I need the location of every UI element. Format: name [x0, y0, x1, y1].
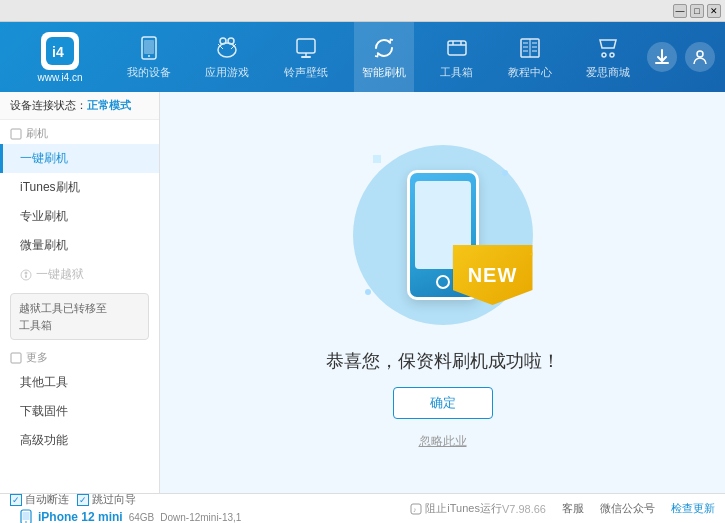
sparkle-2 — [502, 170, 508, 176]
status-label: 设备连接状态： — [10, 99, 87, 111]
shop-icon — [594, 34, 622, 62]
nav-item-my-device[interactable]: 我的设备 — [119, 22, 179, 92]
success-message: 恭喜您，保资料刷机成功啦！ — [326, 349, 560, 373]
wizard-check[interactable] — [77, 494, 89, 506]
nav-item-ringtone[interactable]: 铃声壁纸 — [276, 22, 336, 92]
tools-icon — [443, 34, 471, 62]
nav-items: 我的设备 应用游戏 铃声壁纸 智能刷机 工具箱 — [110, 22, 647, 92]
svg-text:♪: ♪ — [413, 506, 417, 513]
nav-label-apps-games: 应用游戏 — [205, 65, 249, 80]
auto-connect-label: 自动断连 — [25, 492, 69, 507]
svg-rect-10 — [297, 39, 315, 53]
download-button[interactable] — [647, 42, 677, 72]
nav-item-smart-flash[interactable]: 智能刷机 — [354, 22, 414, 92]
window-controls: — □ ✕ — [673, 4, 721, 18]
phone-icon — [135, 34, 163, 62]
svg-point-18 — [602, 53, 606, 57]
sidebar-item-wipe-flash[interactable]: 微量刷机 — [0, 231, 159, 260]
sidebar-item-pro-flash[interactable]: 专业刷机 — [0, 202, 159, 231]
itunes-label: 阻止iTunes运行 — [425, 501, 502, 516]
nav-item-tutorial[interactable]: 教程中心 — [500, 22, 560, 92]
sidebar-item-jailbreak: 一键越狱 — [0, 260, 159, 289]
header-right-controls — [647, 42, 715, 72]
nav-label-shop: 爱思商城 — [586, 65, 630, 80]
auto-connect-check[interactable] — [10, 494, 22, 506]
svg-point-21 — [697, 51, 703, 57]
itunes-icon: ♪ — [410, 503, 422, 515]
wechat-link[interactable]: 微信公众号 — [600, 501, 655, 516]
sidebar-status: 设备连接状态：正常模式 — [0, 92, 159, 120]
sparkle-1 — [373, 155, 381, 163]
close-button[interactable]: ✕ — [707, 4, 721, 18]
device-name: iPhone 12 mini — [38, 510, 123, 523]
user-button[interactable] — [685, 42, 715, 72]
bottom-left: 自动断连 跳过向导 iPhone 12 mini 64GB Down-12min… — [10, 492, 410, 523]
svg-point-5 — [218, 43, 236, 57]
maximize-button[interactable]: □ — [690, 4, 704, 18]
nav-label-my-device: 我的设备 — [127, 65, 171, 80]
svg-point-24 — [25, 271, 28, 274]
device-firmware: Down-12mini-13,1 — [160, 512, 241, 523]
service-link[interactable]: 客服 — [562, 501, 584, 516]
phone-illustration: ✦ NEW ✦ — [343, 135, 543, 335]
star-right: ✦ — [529, 249, 537, 260]
gamepad-icon — [213, 34, 241, 62]
svg-text:i4: i4 — [52, 44, 64, 60]
itunes-stop[interactable]: ♪ 阻止iTunes运行 — [410, 501, 502, 516]
nav-label-toolbox: 工具箱 — [440, 65, 473, 80]
sparkle-3 — [365, 289, 371, 295]
phone-home — [436, 275, 450, 289]
svg-rect-25 — [25, 275, 27, 278]
bottom-checkboxes: 自动断连 跳过向导 — [10, 492, 251, 507]
refresh-icon — [370, 34, 398, 62]
auto-connect-checkbox[interactable]: 自动断连 — [10, 492, 69, 507]
device-info: iPhone 12 mini 64GB Down-12mini-13,1 — [10, 509, 251, 523]
update-link[interactable]: 检查更新 — [671, 501, 715, 516]
logo-text: www.i4.cn — [37, 72, 82, 83]
success-area: ✦ NEW ✦ 恭喜您，保资料刷机成功啦！ 确定 忽略此业 — [326, 135, 560, 450]
bottom-main-left: 自动断连 跳过向导 iPhone 12 mini 64GB Down-12min… — [10, 492, 251, 523]
logo-icon: i4 — [41, 32, 79, 70]
sidebar-item-advanced[interactable]: 高级功能 — [0, 426, 159, 455]
new-text: NEW — [468, 264, 518, 287]
sidebar-item-other-tools[interactable]: 其他工具 — [0, 368, 159, 397]
wizard-label: 跳过向导 — [92, 492, 136, 507]
wizard-checkbox[interactable]: 跳过向导 — [77, 492, 136, 507]
nav-label-smart-flash: 智能刷机 — [362, 65, 406, 80]
nav-item-shop[interactable]: 爱思商城 — [578, 22, 638, 92]
svg-rect-3 — [144, 40, 154, 54]
jailbreak-note: 越狱工具已转移至工具箱 — [10, 293, 149, 340]
minimize-button[interactable]: — — [673, 4, 687, 18]
logo-svg: i4 — [46, 37, 74, 65]
new-ribbon: ✦ NEW ✦ — [453, 245, 533, 305]
header: i4 www.i4.cn 我的设备 应用游戏 铃声壁纸 — [0, 22, 725, 92]
svg-rect-13 — [448, 41, 466, 55]
section-flash: 刷机 — [0, 120, 159, 144]
svg-rect-26 — [11, 353, 21, 363]
status-value: 正常模式 — [87, 99, 131, 111]
version-text: V7.98.66 — [502, 503, 546, 515]
svg-point-4 — [148, 55, 150, 57]
sidebar-item-onekey-flash[interactable]: 一键刷机 — [0, 144, 159, 173]
confirm-button[interactable]: 确定 — [393, 387, 493, 419]
svg-rect-22 — [11, 129, 21, 139]
device-phone-icon — [20, 509, 32, 523]
new-badge: ✦ NEW ✦ — [453, 245, 533, 305]
sidebar: 设备连接状态：正常模式 刷机 一键刷机 iTunes刷机 专业刷机 微量刷机 一… — [0, 92, 160, 493]
nav-item-apps-games[interactable]: 应用游戏 — [197, 22, 257, 92]
nav-label-ringtone: 铃声壁纸 — [284, 65, 328, 80]
logo-area[interactable]: i4 www.i4.cn — [10, 32, 110, 83]
nav-label-tutorial: 教程中心 — [508, 65, 552, 80]
music-icon — [292, 34, 320, 62]
bottom-right: V7.98.66 客服 微信公众号 检查更新 — [502, 501, 715, 516]
sidebar-item-download-firmware[interactable]: 下载固件 — [0, 397, 159, 426]
title-bar: — □ ✕ — [0, 0, 725, 22]
svg-point-19 — [610, 53, 614, 57]
sidebar-item-itunes-flash[interactable]: iTunes刷机 — [0, 173, 159, 202]
bottom-bar: 自动断连 跳过向导 iPhone 12 mini 64GB Down-12min… — [0, 493, 725, 523]
nav-item-toolbox[interactable]: 工具箱 — [432, 22, 481, 92]
device-storage: 64GB — [129, 512, 155, 523]
book-icon — [516, 34, 544, 62]
ignore-link[interactable]: 忽略此业 — [419, 433, 467, 450]
svg-rect-28 — [23, 512, 30, 520]
